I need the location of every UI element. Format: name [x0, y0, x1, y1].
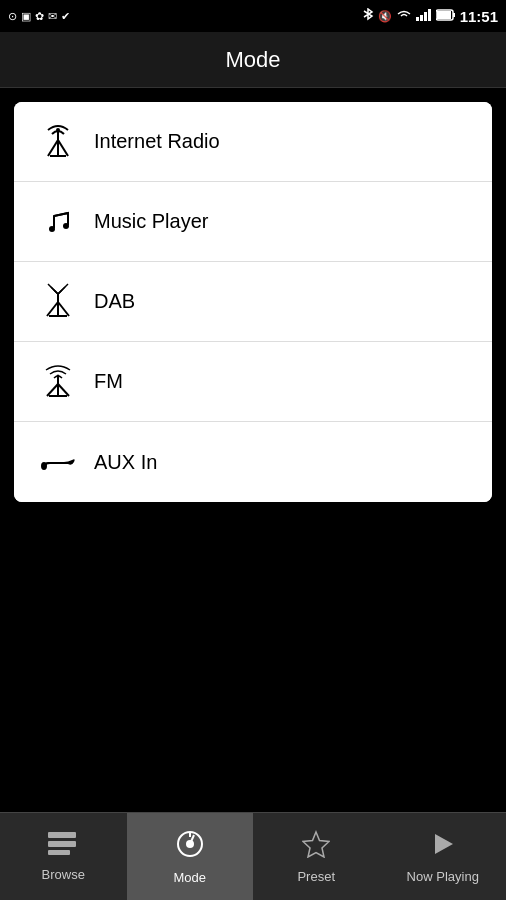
svg-rect-5 — [453, 13, 455, 17]
dab-label: DAB — [94, 290, 135, 313]
svg-line-24 — [58, 284, 68, 294]
svg-rect-1 — [420, 15, 423, 21]
page-title: Mode — [225, 47, 280, 73]
content-area: Internet Radio Music Player — [0, 88, 506, 516]
nav-item-browse[interactable]: Browse — [0, 813, 127, 900]
status-icon-3: ✿ — [35, 10, 44, 23]
menu-item-internet-radio[interactable]: Internet Radio — [14, 102, 492, 182]
menu-item-aux-in[interactable]: AUX In — [14, 422, 492, 502]
title-bar: Mode — [0, 32, 506, 88]
status-icon-1: ⊙ — [8, 10, 17, 23]
fm-label: FM — [94, 370, 123, 393]
svg-line-14 — [54, 213, 68, 216]
svg-rect-31 — [48, 832, 76, 838]
nav-item-mode[interactable]: Mode — [127, 813, 254, 900]
nav-item-preset[interactable]: Preset — [253, 813, 380, 900]
dab-icon — [30, 280, 86, 324]
mute-icon: 🔇 — [378, 10, 392, 23]
svg-point-12 — [49, 226, 55, 232]
svg-rect-3 — [428, 9, 431, 21]
svg-rect-33 — [48, 850, 70, 855]
svg-point-30 — [41, 462, 47, 470]
svg-marker-38 — [303, 832, 329, 857]
mode-label: Mode — [173, 870, 206, 885]
preset-label: Preset — [297, 869, 335, 884]
svg-line-27 — [47, 384, 58, 396]
svg-line-9 — [48, 140, 58, 156]
status-icon-4: ✉ — [48, 10, 57, 23]
music-player-icon — [30, 200, 86, 244]
svg-point-11 — [56, 128, 60, 132]
svg-marker-39 — [435, 834, 453, 854]
signal-icon — [416, 9, 432, 23]
now-playing-label: Now Playing — [407, 869, 479, 884]
status-bar-right: 🔇 11:51 — [362, 8, 498, 25]
svg-point-29 — [57, 374, 60, 377]
bottom-navigation: Browse Mode Preset Now — [0, 812, 506, 900]
music-player-label: Music Player — [94, 210, 208, 233]
menu-item-dab[interactable]: DAB — [14, 262, 492, 342]
aux-in-label: AUX In — [94, 451, 157, 474]
menu-item-fm[interactable]: FM — [14, 342, 492, 422]
svg-line-18 — [58, 302, 69, 316]
now-playing-icon — [429, 830, 457, 863]
svg-rect-2 — [424, 12, 427, 21]
status-icon-5: ✔ — [61, 10, 70, 23]
internet-radio-icon — [30, 120, 86, 164]
wifi-icon — [396, 9, 412, 23]
svg-line-23 — [48, 284, 58, 294]
svg-line-10 — [58, 140, 68, 156]
status-time: 11:51 — [460, 8, 498, 25]
svg-line-28 — [58, 384, 69, 396]
mode-icon — [175, 829, 205, 864]
browse-label: Browse — [42, 867, 85, 882]
nav-item-now-playing[interactable]: Now Playing — [380, 813, 507, 900]
bluetooth-icon — [362, 8, 374, 24]
svg-line-17 — [47, 302, 58, 316]
fm-icon — [30, 360, 86, 404]
preset-icon — [302, 830, 330, 863]
svg-rect-0 — [416, 17, 419, 21]
status-bar: ⊙ ▣ ✿ ✉ ✔ 🔇 — [0, 0, 506, 32]
svg-rect-6 — [437, 11, 451, 19]
menu-item-music-player[interactable]: Music Player — [14, 182, 492, 262]
svg-rect-32 — [48, 841, 76, 847]
internet-radio-label: Internet Radio — [94, 130, 220, 153]
svg-point-13 — [63, 223, 69, 229]
aux-in-icon — [30, 440, 86, 484]
status-icon-2: ▣ — [21, 10, 31, 23]
status-bar-left: ⊙ ▣ ✿ ✉ ✔ — [8, 10, 70, 23]
menu-card: Internet Radio Music Player — [14, 102, 492, 502]
browse-icon — [48, 832, 78, 861]
battery-icon — [436, 9, 456, 23]
